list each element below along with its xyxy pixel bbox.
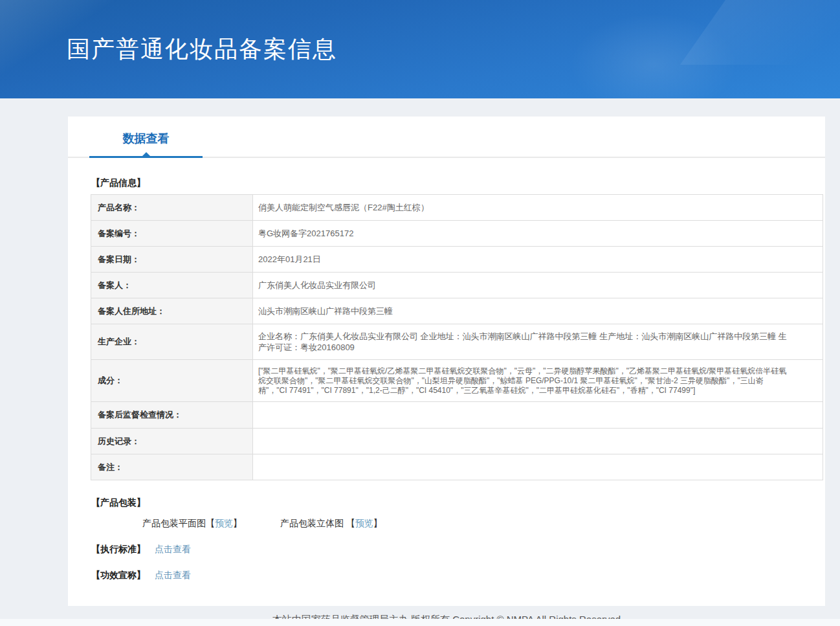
- row-label: 备案人：: [91, 273, 253, 298]
- packaging-row: 产品包装平面图【预览】 产品包装立体图 【预览】: [142, 518, 825, 530]
- row-value: 广东俏美人化妆品实业有限公司: [253, 273, 823, 298]
- active-tab-arrow-icon: [142, 152, 151, 157]
- table-row: 备案后监督检查情况：: [91, 402, 823, 429]
- row-label: 备注：: [91, 454, 253, 480]
- row-value: 汕头市潮南区峡山广祥路中段第三幢: [253, 298, 823, 324]
- row-label: 备案日期：: [91, 247, 253, 273]
- row-value: [253, 402, 823, 429]
- packaging-flat-item: 产品包装平面图【预览】: [142, 518, 242, 530]
- preview-stereo-link[interactable]: 预览: [355, 518, 373, 528]
- packaging-stereo-label: 产品包装立体图: [280, 518, 344, 528]
- table-row: 生产企业： 企业名称：广东俏美人化妆品实业有限公司 企业地址：汕头市潮南区峡山广…: [91, 324, 823, 360]
- tab-bar: 数据查看: [68, 117, 825, 158]
- view-standard-link[interactable]: 点击查看: [155, 544, 191, 554]
- table-row: 备案人： 广东俏美人化妆品实业有限公司: [91, 273, 823, 298]
- row-label: 备案编号：: [91, 221, 253, 247]
- table-row: 备案人住所地址： 汕头市潮南区峡山广祥路中段第三幢: [91, 298, 823, 324]
- row-label: 历史记录：: [91, 429, 253, 454]
- header-decoration: [680, 0, 840, 65]
- bracket-open: 【: [346, 518, 355, 528]
- table-row: 备注：: [91, 454, 823, 480]
- table-row: 备案日期： 2022年01月21日: [91, 247, 823, 273]
- view-efficacy-link[interactable]: 点击查看: [155, 570, 191, 580]
- row-value: [253, 429, 823, 454]
- bracket-open: 【: [206, 518, 215, 528]
- page-title: 国产普通化妆品备案信息: [67, 34, 337, 65]
- section-title-product-info: 【产品信息】: [91, 177, 825, 189]
- row-label: 备案后监督检查情况：: [91, 402, 253, 429]
- row-label: 生产企业：: [91, 324, 253, 360]
- row-value: 2022年01月21日: [253, 247, 823, 273]
- table-row: 历史记录：: [91, 429, 823, 454]
- standard-row: 【执行标准】 点击查看: [91, 544, 825, 555]
- table-row: 成分： ["聚二甲基硅氧烷"，"聚二甲基硅氧烷/乙烯基聚二甲基硅氧烷交联聚合物"…: [91, 360, 823, 402]
- section-title-packaging: 【产品包装】: [91, 497, 825, 509]
- packaging-flat-label: 产品包装平面图: [142, 518, 206, 528]
- row-value: ["聚二甲基硅氧烷"，"聚二甲基硅氧烷/乙烯基聚二甲基硅氧烷交联聚合物"，"云母…: [253, 360, 823, 402]
- section-title-standard: 【执行标准】: [91, 544, 146, 554]
- table-row: 产品名称： 俏美人萌能定制空气感唇泥（F22#陶土红棕）: [91, 195, 823, 221]
- row-value: [253, 454, 823, 480]
- bracket-close: 】: [233, 518, 242, 528]
- efficacy-row: 【功效宣称】 点击查看: [91, 570, 825, 581]
- page-header: 国产普通化妆品备案信息: [0, 0, 840, 98]
- table-row: 备案编号： 粤G妆网备字2021765172: [91, 221, 823, 247]
- content-card: 数据查看 【产品信息】 产品名称： 俏美人萌能定制空气感唇泥（F22#陶土红棕）…: [68, 117, 825, 606]
- row-label: 成分：: [91, 360, 253, 402]
- bottom-strip: [0, 619, 840, 626]
- product-info-table: 产品名称： 俏美人萌能定制空气感唇泥（F22#陶土红棕） 备案编号： 粤G妆网备…: [91, 194, 823, 480]
- row-label: 备案人住所地址：: [91, 298, 253, 324]
- bracket-close: 】: [373, 518, 382, 528]
- packaging-stereo-item: 产品包装立体图 【预览】: [280, 518, 382, 530]
- row-label: 产品名称：: [91, 195, 253, 221]
- row-value: 粤G妆网备字2021765172: [253, 221, 823, 247]
- row-value: 俏美人萌能定制空气感唇泥（F22#陶土红棕）: [253, 195, 823, 221]
- row-value: 企业名称：广东俏美人化妆品实业有限公司 企业地址：汕头市潮南区峡山广祥路中段第三…: [253, 324, 823, 360]
- section-title-efficacy: 【功效宣称】: [91, 570, 146, 580]
- tab-divider: [68, 157, 825, 158]
- preview-flat-link[interactable]: 预览: [215, 518, 233, 528]
